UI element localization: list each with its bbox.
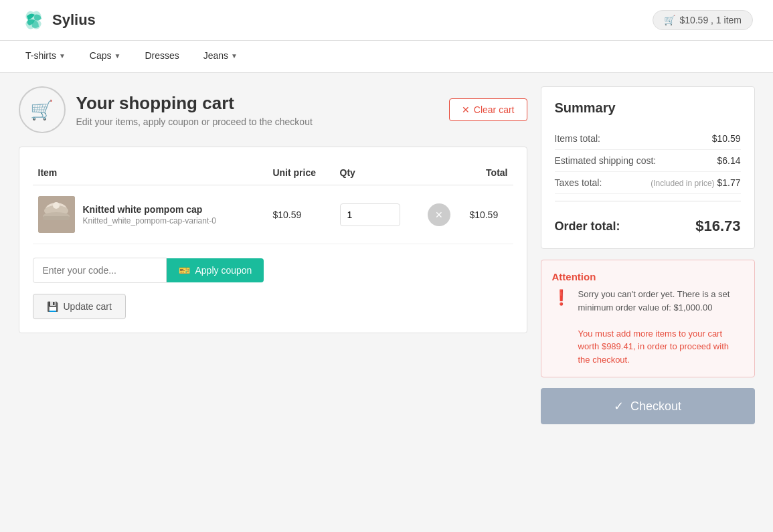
attention-title: Attention [552,271,744,282]
order-total-label: Order total: [555,219,620,234]
table-row: Knitted white pompom cap Knitted_white_p… [33,185,513,244]
svg-rect-5 [43,216,70,220]
svg-point-3 [53,202,60,209]
exclamation-icon: ❗ [552,289,570,306]
taxes-value: (Included in price) $1.77 [651,177,740,188]
apply-coupon-label: Apply coupon [195,265,252,276]
nav-item-tshirts[interactable]: T-shirts ▼ [13,41,78,72]
nav-label-tshirts: T-shirts [25,50,56,61]
page-title-block: Your shopping cart Edit your items, appl… [76,93,313,127]
product-cell: Knitted white pompom cap Knitted_white_p… [38,196,262,233]
col-qty: Qty [335,161,423,185]
attention-body: ❗ Sorry you can't order yet. There is a … [552,288,744,366]
check-icon: ✓ [614,399,624,414]
cart-table: Item Unit price Qty Total [33,161,513,244]
summary-box: Summary Items total: $10.59 Estimated sh… [541,86,755,249]
col-empty [422,161,464,185]
taxes-included: (Included in price) [651,179,714,188]
order-total-row: Order total: $16.73 [555,208,741,235]
apply-coupon-button[interactable]: 🎫 Apply coupon [167,258,264,282]
nav-label-dresses: Dresses [145,50,179,61]
items-total-value: $10.59 [712,133,741,144]
page-header: 🛒 Your shopping cart Edit your items, ap… [19,86,527,133]
shipping-label: Estimated shipping cost: [555,155,657,166]
product-thumbnail [38,196,75,233]
cart-icon-circle: 🛒 [19,86,66,133]
order-total-value: $16.73 [695,217,740,235]
header: Sylius 🛒 $10.59 , 1 item [0,0,773,41]
attention-box: Attention ❗ Sorry you can't order yet. T… [541,260,755,377]
items-total-row: Items total: $10.59 [555,128,741,150]
product-variant: Knitted_white_pompom-cap-variant-0 [83,216,216,226]
save-icon: 💾 [47,301,58,312]
summary-panel: Summary Items total: $10.59 Estimated sh… [541,86,755,424]
page-header-left: 🛒 Your shopping cart Edit your items, ap… [19,86,313,133]
logo-text: Sylius [52,11,96,29]
cart-icon: 🛒 [664,15,675,25]
ticket-icon: 🎫 [179,265,190,276]
navigation: T-shirts ▼ Caps ▼ Dresses Jeans ▼ [0,41,773,73]
nav-item-caps[interactable]: Caps ▼ [78,41,133,72]
shipping-value: $6.14 [717,155,740,166]
clear-cart-label: Clear cart [474,104,515,115]
page-subtitle: Edit your items, apply coupon or proceed… [76,116,313,127]
col-item: Item [33,161,268,185]
logo[interactable]: Sylius [20,7,96,33]
update-cart-label: Update cart [64,301,112,312]
attention-line2: You must add more items to your cart wor… [578,327,744,367]
cart-widget[interactable]: 🛒 $10.59 , 1 item [653,10,753,30]
main-content: 🛒 Your shopping cart Edit your items, ap… [5,73,768,438]
taxes-row: Taxes total: (Included in price) $1.77 [555,172,741,194]
col-unit-price: Unit price [267,161,334,185]
times-icon: ✕ [462,104,470,115]
divider [555,201,741,201]
page-title: Your shopping cart [76,93,313,114]
checkout-button[interactable]: ✓ Checkout [541,388,755,424]
chevron-down-icon: ▼ [231,52,238,60]
cart-table-container: Item Unit price Qty Total [19,147,527,333]
shipping-row: Estimated shipping cost: $6.14 [555,150,741,172]
nav-item-jeans[interactable]: Jeans ▼ [191,41,250,72]
nav-label-caps: Caps [90,50,112,61]
summary-title: Summary [555,100,741,116]
product-name: Knitted white pompom cap [83,204,216,215]
taxes-label: Taxes total: [555,177,602,188]
coupon-row: 🎫 Apply coupon [33,258,513,283]
quantity-input[interactable] [340,203,400,226]
taxes-amount: $1.77 [717,177,740,188]
chevron-down-icon: ▼ [59,52,66,60]
nav-item-dresses[interactable]: Dresses [133,41,191,72]
cart-section: 🛒 Your shopping cart Edit your items, ap… [19,86,527,424]
product-info: Knitted white pompom cap Knitted_white_p… [83,204,216,226]
remove-item-button[interactable]: ✕ [428,203,450,226]
update-cart-button[interactable]: 💾 Update cart [33,294,126,319]
clear-cart-button[interactable]: ✕ Clear cart [449,98,527,121]
unit-price: $10.59 [272,209,301,220]
attention-text: Sorry you can't order yet. There is a se… [578,288,744,366]
items-total-label: Items total: [555,133,600,144]
coupon-input[interactable] [33,258,167,283]
cart-badge-label: $10.59 , 1 item [679,15,742,25]
item-total: $10.59 [469,209,498,220]
logo-icon [20,7,47,33]
nav-label-jeans: Jeans [203,50,228,61]
checkout-label: Checkout [630,400,681,414]
chevron-down-icon: ▼ [114,52,120,60]
times-icon: ✕ [435,209,443,220]
col-total: Total [464,161,513,185]
attention-line1: Sorry you can't order yet. There is a se… [578,288,744,314]
